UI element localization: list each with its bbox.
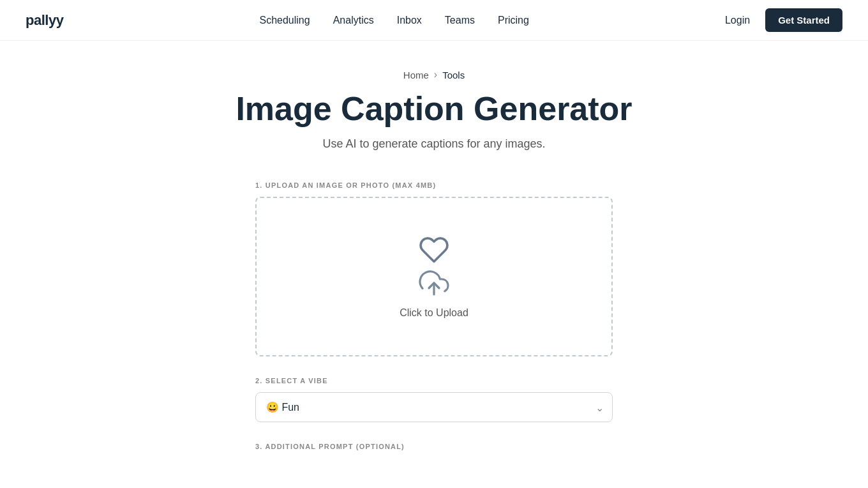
upload-icon [419, 234, 449, 298]
nav-link-inbox[interactable]: Inbox [397, 15, 422, 26]
logo[interactable]: pallyy [26, 12, 63, 29]
vibe-section-label: 2. SELECT A VIBE [255, 377, 613, 385]
nav-item-teams[interactable]: Teams [445, 15, 475, 26]
main-content: Home › Tools Image Caption Generator Use… [0, 41, 868, 488]
breadcrumb-current: Tools [442, 70, 465, 80]
upload-section-label: 1. UPLOAD AN IMAGE OR PHOTO (MAX 4MB) [255, 181, 613, 189]
nav-item-scheduling[interactable]: Scheduling [259, 15, 310, 26]
nav-link-teams[interactable]: Teams [445, 15, 475, 26]
login-link[interactable]: Login [725, 15, 750, 26]
form-section: 1. UPLOAD AN IMAGE OR PHOTO (MAX 4MB) Cl… [255, 181, 613, 450]
nav-links: Scheduling Analytics Inbox Teams Pricing [259, 15, 528, 26]
upload-text: Click to Upload [400, 307, 468, 319]
get-started-button[interactable]: Get Started [765, 8, 842, 32]
page-title: Image Caption Generator [236, 91, 632, 127]
nav-link-scheduling[interactable]: Scheduling [259, 15, 310, 26]
vibe-select[interactable]: 😀 Fun 💼 Professional ✨ Inspirational 😊 C… [255, 392, 613, 422]
additional-section-label: 3. ADDITIONAL PROMPT (OPTIONAL) [255, 443, 613, 450]
breadcrumb: Home › Tools [403, 54, 465, 91]
logo-text: pallyy [26, 12, 63, 28]
breadcrumb-home[interactable]: Home [403, 70, 429, 80]
navbar: pallyy Scheduling Analytics Inbox Teams … [0, 0, 868, 41]
nav-link-analytics[interactable]: Analytics [333, 15, 374, 26]
breadcrumb-separator: › [434, 69, 437, 80]
nav-item-pricing[interactable]: Pricing [498, 15, 529, 26]
nav-right: Login Get Started [725, 8, 842, 32]
page-subtitle: Use AI to generate captions for any imag… [322, 137, 545, 151]
nav-link-pricing[interactable]: Pricing [498, 15, 529, 26]
nav-item-analytics[interactable]: Analytics [333, 15, 374, 26]
vibe-select-wrapper: 😀 Fun 💼 Professional ✨ Inspirational 😊 C… [255, 392, 613, 422]
nav-item-inbox[interactable]: Inbox [397, 15, 422, 26]
upload-area[interactable]: Click to Upload [255, 197, 613, 356]
